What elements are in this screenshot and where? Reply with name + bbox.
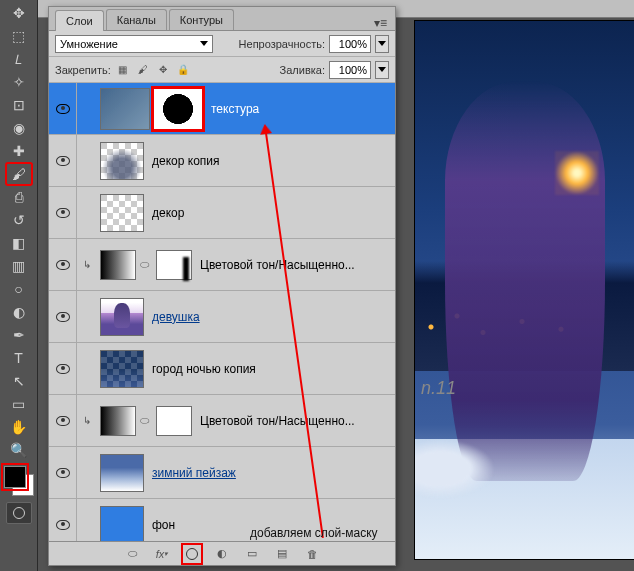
- fill-dropdown-icon[interactable]: [375, 61, 389, 79]
- adjustment-layer-icon[interactable]: ◐: [214, 546, 230, 562]
- eye-icon[interactable]: [56, 312, 70, 322]
- layers-panel-footer: ⬭ fx▾ ◐ ▭ ▤ 🗑: [49, 541, 395, 565]
- eye-icon[interactable]: [56, 208, 70, 218]
- layer-row[interactable]: девушка: [49, 291, 395, 343]
- eyedropper-tool[interactable]: ◉: [6, 117, 32, 139]
- layer-row[interactable]: город ночью копия: [49, 343, 395, 395]
- path-select-tool[interactable]: ↖: [6, 370, 32, 392]
- layer-name[interactable]: Цветовой тон/Насыщенно...: [200, 258, 355, 272]
- layer-row[interactable]: текстура: [49, 83, 395, 135]
- layer-row[interactable]: декор: [49, 187, 395, 239]
- layer-mask-thumbnail[interactable]: [153, 88, 203, 130]
- new-layer-icon[interactable]: ▤: [274, 546, 290, 562]
- crop-tool[interactable]: ⊡: [6, 94, 32, 116]
- canvas-image: п.11: [414, 20, 634, 560]
- layer-thumbnail[interactable]: [100, 88, 150, 130]
- adjustment-thumbnail[interactable]: [100, 406, 136, 436]
- foreground-color-swatch[interactable]: [4, 466, 26, 488]
- layer-name[interactable]: фон: [152, 518, 175, 532]
- link-layers-icon[interactable]: ⬭: [124, 546, 140, 562]
- tools-toolbar: ✥ ⬚ 𝘓 ✧ ⊡ ◉ ✚ 🖌 ⎙ ↺ ◧ ▥ ○ ◐ ✒ T ↖ ▭ ✋ 🔍: [0, 0, 38, 571]
- lock-fill-row: Закрепить: ▦ 🖌 ✥ 🔒 Заливка: 100%: [49, 57, 395, 83]
- layer-thumbnail[interactable]: [100, 454, 144, 492]
- pen-tool[interactable]: ✒: [6, 324, 32, 346]
- layer-row[interactable]: фон: [49, 499, 395, 541]
- lock-brush-icon[interactable]: 🖌: [135, 62, 151, 78]
- lock-label: Закрепить:: [55, 64, 111, 76]
- healing-tool[interactable]: ✚: [6, 140, 32, 162]
- layers-panel: Слои Каналы Контуры ▾≡ Умножение Непрозр…: [48, 6, 396, 566]
- layers-list: текстура декор копия декор ↳: [49, 83, 395, 541]
- gradient-tool[interactable]: ▥: [6, 255, 32, 277]
- panel-menu-icon[interactable]: ▾≡: [366, 16, 395, 30]
- hand-tool[interactable]: ✋: [6, 416, 32, 438]
- marquee-tool[interactable]: ⬚: [6, 25, 32, 47]
- tab-channels[interactable]: Каналы: [106, 9, 167, 30]
- adjustment-thumbnail[interactable]: [100, 250, 136, 280]
- fill-label: Заливка:: [280, 64, 325, 76]
- opacity-label: Непрозрачность:: [239, 38, 325, 50]
- layer-thumbnail[interactable]: [100, 298, 144, 336]
- layer-name[interactable]: город ночью копия: [152, 362, 256, 376]
- delete-layer-icon[interactable]: 🗑: [304, 546, 320, 562]
- layer-name[interactable]: декор: [152, 206, 184, 220]
- clip-icon: ↳: [83, 415, 91, 426]
- layer-thumbnail[interactable]: [100, 350, 144, 388]
- move-tool[interactable]: ✥: [6, 2, 32, 24]
- eye-icon[interactable]: [56, 416, 70, 426]
- eye-icon[interactable]: [56, 156, 70, 166]
- adjustment-mask-thumbnail[interactable]: [156, 406, 192, 436]
- dodge-tool[interactable]: ◐: [6, 301, 32, 323]
- tab-layers[interactable]: Слои: [55, 10, 104, 31]
- layer-thumbnail[interactable]: [100, 142, 144, 180]
- magic-wand-tool[interactable]: ✧: [6, 71, 32, 93]
- link-icon: ⬭: [136, 414, 153, 427]
- blend-opacity-row: Умножение Непрозрачность: 100%: [49, 31, 395, 57]
- layer-name[interactable]: девушка: [152, 310, 200, 324]
- opacity-input[interactable]: 100%: [329, 35, 371, 53]
- fill-input[interactable]: 100%: [329, 61, 371, 79]
- panel-tabs: Слои Каналы Контуры ▾≡: [49, 7, 395, 31]
- layer-row[interactable]: зимний пейзаж: [49, 447, 395, 499]
- layer-name[interactable]: Цветовой тон/Насыщенно...: [200, 414, 355, 428]
- color-swatches[interactable]: [4, 466, 34, 496]
- layer-name[interactable]: зимний пейзаж: [152, 466, 236, 480]
- chevron-down-icon: [200, 41, 208, 46]
- opacity-dropdown-icon[interactable]: [375, 35, 389, 53]
- layer-name[interactable]: декор копия: [152, 154, 220, 168]
- zoom-tool[interactable]: 🔍: [6, 439, 32, 461]
- layer-thumbnail[interactable]: [100, 506, 144, 542]
- link-icon: ⬭: [136, 258, 153, 271]
- blend-mode-value: Умножение: [60, 38, 118, 50]
- layer-row[interactable]: ↳ ⬭ Цветовой тон/Насыщенно...: [49, 395, 395, 447]
- layer-row[interactable]: ↳ ⬭ Цветовой тон/Насыщенно...: [49, 239, 395, 291]
- quick-mask-toggle[interactable]: [6, 502, 32, 524]
- layer-row[interactable]: декор копия: [49, 135, 395, 187]
- group-icon[interactable]: ▭: [244, 546, 260, 562]
- lock-all-icon[interactable]: 🔒: [175, 62, 191, 78]
- eraser-tool[interactable]: ◧: [6, 232, 32, 254]
- eye-icon[interactable]: [56, 468, 70, 478]
- fx-icon[interactable]: fx▾: [154, 546, 170, 562]
- adjustment-mask-thumbnail[interactable]: [156, 250, 192, 280]
- stamp-tool[interactable]: ⎙: [6, 186, 32, 208]
- shape-tool[interactable]: ▭: [6, 393, 32, 415]
- lock-position-icon[interactable]: ✥: [155, 62, 171, 78]
- brush-tool[interactable]: 🖌: [6, 163, 32, 185]
- lock-pixels-icon[interactable]: ▦: [115, 62, 131, 78]
- eye-icon[interactable]: [56, 260, 70, 270]
- tab-paths[interactable]: Контуры: [169, 9, 234, 30]
- eye-icon[interactable]: [56, 364, 70, 374]
- layer-thumbnail[interactable]: [100, 194, 144, 232]
- lasso-tool[interactable]: 𝘓: [6, 48, 32, 70]
- history-brush-tool[interactable]: ↺: [6, 209, 32, 231]
- canvas-area[interactable]: п.11: [406, 18, 634, 571]
- layer-name[interactable]: текстура: [211, 102, 259, 116]
- add-mask-icon[interactable]: [184, 546, 200, 562]
- clip-icon: ↳: [83, 259, 91, 270]
- blend-mode-select[interactable]: Умножение: [55, 35, 213, 53]
- eye-icon[interactable]: [56, 104, 70, 114]
- blur-tool[interactable]: ○: [6, 278, 32, 300]
- eye-icon[interactable]: [56, 520, 70, 530]
- type-tool[interactable]: T: [6, 347, 32, 369]
